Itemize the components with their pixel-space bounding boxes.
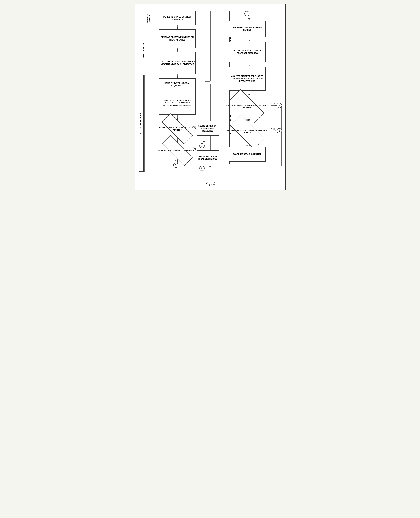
does-data-improve-diamond: DOES DATA INDICATE A NEED TO IMPROVE MEA… (224, 122, 271, 142)
implement-box: IMPLEMENT SYSTEM TO TRAIN PATIENT (229, 21, 266, 37)
revise-criterion-box: REVISE CRITERION– REFERENCED MEASURES (197, 121, 219, 136)
svg-text:YES: YES (271, 103, 275, 105)
evaluate-criterion-box: EVALUATE THE CRITERION– REFERENCED MEASU… (159, 91, 196, 115)
development-phase-label: DEVELOPMENT PHASE (139, 75, 144, 172)
design-phase-label: DESIGN PHASE (142, 28, 149, 72)
page: NO YES NO YES (135, 4, 285, 190)
revise-instructional-box: REVISE INSTRUCT– IONAL SEQUENCES (197, 150, 219, 165)
circle-3-left: 3 (199, 143, 205, 148)
does-instruction-diamond: DOES INSTRUCTION NEED TO BE REVISED? (155, 143, 199, 159)
develop-instructional-box: DEVELOP INSTRUCTIONAL SEQUENCES (159, 78, 196, 91)
diagram: NO YES NO YES (139, 8, 282, 179)
develop-objectives-box: DEVELOP OBJECTIVES BASED ON THE STANDARD… (159, 30, 196, 48)
analyze-box: ANALYZE PATIENT RESPONSE TO EVALUATE MEA… (229, 67, 266, 91)
continue-box: CONTINUE DATA COLLECTION (229, 147, 266, 162)
fig-caption: Fig. 2 (139, 181, 282, 186)
does-data-revise-diamond: DOES DATA INDICATE A NEED TO REVISE INST… (224, 96, 271, 116)
circle-1-bottom: 1 (173, 162, 178, 168)
svg-text:NO: NO (246, 119, 249, 121)
define-box: DEFINE INFORMED CONSENT STANDARDS (159, 11, 196, 25)
circle-3-right: 3 (277, 128, 282, 133)
circle-1-top: 1 (244, 11, 249, 16)
circle-2-right: 2 (277, 103, 282, 108)
do-one-diamond: DO ONE OR MORE MEASURES NEED TO BE REVIS… (155, 121, 199, 137)
circle-2-left: 2 (199, 166, 205, 171)
develop-criterion-box: DEVELOP CRITERION– REFERENCED MEASURES F… (159, 52, 196, 75)
svg-text:NO: NO (246, 144, 249, 146)
svg-text:YES: YES (271, 128, 275, 130)
analysis-phase-label: ANALYSIS PHASE (146, 11, 153, 25)
record-box: RECORD PATIENT'S DETAILED RESPONSE RECOR… (229, 42, 266, 62)
svg-text:NO: NO (174, 159, 177, 162)
